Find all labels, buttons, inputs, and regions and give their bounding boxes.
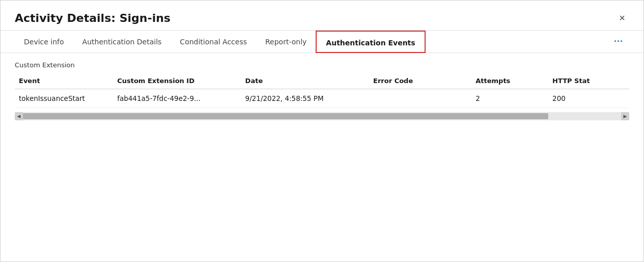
col-header-date: Date (245, 74, 373, 89)
section-label: Custom Extension (15, 61, 629, 69)
scrollbar-thumb[interactable] (19, 113, 548, 119)
more-options-button[interactable]: ··· (608, 31, 629, 52)
cell-http-stat: 200 (552, 89, 629, 108)
col-header-event: Event (15, 74, 117, 89)
col-header-attempts: Attempts (475, 74, 552, 89)
col-header-http-stat: HTTP Stat (552, 74, 629, 89)
col-header-error-code: Error Code (373, 74, 475, 89)
tab-conditional-access[interactable]: Conditional Access (171, 31, 256, 53)
dialog-title: Activity Details: Sign-ins (15, 12, 171, 24)
tabs-bar: Device info Authentication Details Condi… (1, 31, 643, 53)
cell-attempts: 2 (475, 89, 552, 108)
cell-error-code (373, 89, 475, 108)
scroll-left-arrow[interactable]: ◀ (15, 112, 23, 120)
cell-ext-id: fab441a5-7fdc-49e2-9... (117, 89, 245, 108)
tab-content: Custom Extension Event Custom Extension … (1, 53, 643, 261)
horizontal-scrollbar[interactable]: ◀ ▶ (15, 112, 629, 120)
tab-auth-events[interactable]: Authentication Events (316, 31, 425, 53)
events-table: Event Custom Extension ID Date Error Cod… (15, 74, 629, 108)
activity-details-dialog: Activity Details: Sign-ins × Device info… (0, 0, 644, 262)
scrollbar-track[interactable]: ◀ ▶ (15, 112, 629, 120)
table-row[interactable]: tokenIssuanceStart fab441a5-7fdc-49e2-9.… (15, 89, 629, 108)
tab-device-info[interactable]: Device info (15, 31, 73, 53)
scroll-right-arrow[interactable]: ▶ (621, 112, 629, 120)
cell-date: 9/21/2022, 4:58:55 PM (245, 89, 373, 108)
dialog-header: Activity Details: Sign-ins × (1, 1, 643, 31)
table-header-row: Event Custom Extension ID Date Error Cod… (15, 74, 629, 89)
close-button[interactable]: × (615, 11, 629, 25)
col-header-ext-id: Custom Extension ID (117, 74, 245, 89)
cell-event: tokenIssuanceStart (15, 89, 117, 108)
tab-auth-details[interactable]: Authentication Details (73, 31, 171, 53)
tab-report-only[interactable]: Report-only (256, 31, 316, 53)
